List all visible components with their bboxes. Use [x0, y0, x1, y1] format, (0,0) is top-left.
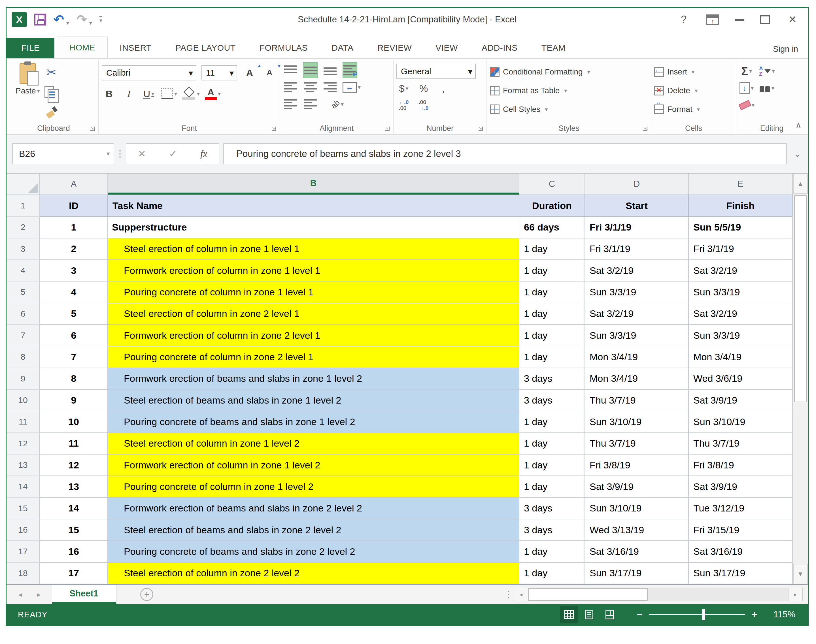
collapse-ribbon-icon[interactable]: ∧ — [795, 120, 802, 130]
zoom-level[interactable]: 115% — [767, 609, 795, 619]
ribbon-tab-add-ins[interactable]: ADD-INS — [470, 38, 530, 58]
middle-align-button[interactable] — [303, 62, 318, 78]
autosum-button[interactable]: Σ — [739, 63, 754, 79]
row-header-16[interactable]: 16 — [6, 520, 40, 541]
column-header-D[interactable]: D — [585, 173, 689, 195]
cell-B13[interactable]: Formwork erection of column in zone 1 le… — [108, 455, 519, 476]
cell-A14[interactable]: 13 — [40, 476, 108, 498]
increase-indent-button[interactable] — [303, 96, 318, 112]
row-header-14[interactable]: 14 — [6, 476, 40, 498]
zoom-slider[interactable] — [649, 614, 745, 615]
merge-center-button[interactable]: ↔ — [343, 79, 361, 95]
scroll-up-icon[interactable]: ▲ — [793, 173, 808, 194]
font-name-combo[interactable]: Calibri▾ — [102, 65, 196, 80]
maximize-button[interactable] — [760, 15, 770, 24]
cell-A12[interactable]: 11 — [40, 433, 108, 455]
cell-E12[interactable]: Thu 3/7/19 — [689, 433, 793, 455]
cell-C10[interactable]: 3 days — [519, 390, 585, 411]
name-box[interactable]: B26▾ — [12, 143, 114, 164]
comma-style-button[interactable]: , — [436, 80, 451, 96]
increase-decimal-button[interactable]: ←.0.00 — [396, 97, 411, 113]
cell-A5[interactable]: 4 — [40, 282, 108, 303]
fill-color-button[interactable] — [182, 86, 200, 102]
cell-styles-button[interactable]: Cell Styles — [490, 101, 648, 118]
page-break-view-button[interactable] — [601, 606, 619, 623]
cell-D6[interactable]: Sat 3/2/19 — [585, 303, 689, 325]
save-icon[interactable] — [34, 14, 46, 26]
grow-font-button[interactable]: A — [242, 65, 257, 81]
column-header-C[interactable]: C — [519, 173, 585, 195]
select-all-corner[interactable] — [6, 173, 40, 195]
horizontal-scroll-track[interactable] — [529, 588, 788, 601]
cell-C2[interactable]: 66 days — [519, 217, 585, 238]
wrap-text-button[interactable]: ↵ — [343, 62, 357, 78]
next-sheet-icon[interactable]: ▸ — [37, 590, 40, 599]
row-header-18[interactable]: 18 — [6, 563, 40, 584]
cell-A7[interactable]: 6 — [40, 325, 108, 347]
decrease-indent-button[interactable] — [283, 96, 298, 112]
cancel-formula-button[interactable]: ✕ — [138, 148, 146, 159]
cell-C7[interactable]: 1 day — [519, 325, 585, 347]
formula-input[interactable]: Pouring concrete of beams and slabs in z… — [223, 143, 787, 164]
cell-E15[interactable]: Tue 3/12/19 — [689, 498, 793, 520]
cell-D11[interactable]: Sun 3/10/19 — [585, 411, 689, 433]
ribbon-tab-review[interactable]: REVIEW — [366, 38, 424, 58]
zoom-slider-thumb[interactable] — [702, 609, 705, 620]
italic-button[interactable]: I — [121, 86, 136, 102]
percent-style-button[interactable]: % — [416, 80, 431, 96]
sort-filter-button[interactable]: AZ — [759, 63, 775, 79]
minimize-button[interactable] — [735, 19, 744, 21]
horizontal-scrollbar[interactable]: ◂ ▸ — [514, 588, 803, 601]
vertical-scroll-track[interactable] — [793, 194, 808, 564]
cell-C15[interactable]: 3 days — [519, 498, 585, 520]
enter-formula-button[interactable]: ✓ — [169, 148, 177, 160]
number-dialog-launcher-icon[interactable] — [479, 127, 483, 131]
clipboard-dialog-launcher-icon[interactable] — [91, 127, 95, 131]
ribbon-display-options-icon[interactable] — [706, 14, 719, 25]
cell-E11[interactable]: Sun 3/10/19 — [689, 411, 793, 433]
cell-D15[interactable]: Sun 3/10/19 — [585, 498, 689, 520]
orientation-button[interactable]: ab — [330, 96, 345, 112]
bold-button[interactable]: B — [102, 86, 117, 102]
row-header-17[interactable]: 17 — [6, 541, 40, 563]
copy-button[interactable] — [44, 84, 58, 100]
cell-E2[interactable]: Sun 5/5/19 — [689, 217, 793, 238]
zoom-out-button[interactable]: − — [637, 609, 642, 619]
delete-cells-button[interactable]: Delete — [654, 83, 733, 99]
cell-D4[interactable]: Sat 3/2/19 — [585, 260, 689, 282]
number-format-combo[interactable]: General▾ — [396, 64, 476, 79]
cell-C16[interactable]: 3 days — [519, 520, 585, 541]
vertical-scrollbar[interactable]: ▲ ▼ — [793, 173, 808, 584]
bottom-align-button[interactable] — [323, 62, 337, 78]
cell-B6[interactable]: Steel erection of column in zone 2 level… — [108, 303, 519, 325]
cell-C1[interactable]: Duration — [519, 195, 585, 217]
redo-button[interactable]: ↷ — [77, 13, 92, 26]
scroll-left-icon[interactable]: ◂ — [514, 588, 529, 601]
row-header-13[interactable]: 13 — [6, 455, 40, 476]
normal-view-button[interactable] — [560, 606, 578, 623]
font-dialog-launcher-icon[interactable] — [272, 127, 276, 131]
cell-D17[interactable]: Sat 3/16/19 — [585, 541, 689, 563]
new-sheet-button[interactable]: + — [140, 588, 153, 601]
cell-C17[interactable]: 1 day — [519, 541, 585, 563]
ribbon-tab-home[interactable]: HOME — [57, 37, 108, 58]
cell-B11[interactable]: Pouring concrete of beams and slabs in z… — [108, 411, 519, 433]
cell-D12[interactable]: Thu 3/7/19 — [585, 433, 689, 455]
find-select-button[interactable] — [759, 80, 775, 96]
cell-E10[interactable]: Sat 3/9/19 — [689, 390, 793, 411]
cell-B10[interactable]: Steel erection of beams and slabs in zon… — [108, 390, 519, 411]
excel-app-icon[interactable]: X — [12, 12, 27, 27]
cell-D8[interactable]: Mon 3/4/19 — [585, 347, 689, 368]
clear-button[interactable] — [739, 97, 755, 113]
cell-A17[interactable]: 16 — [40, 541, 108, 563]
cell-B14[interactable]: Pouring concrete of column in zone 1 lev… — [108, 476, 519, 498]
row-header-7[interactable]: 7 — [6, 325, 40, 347]
close-button[interactable]: ✕ — [786, 14, 799, 26]
cell-B4[interactable]: Formwork erection of column in zone 1 le… — [108, 260, 519, 282]
cell-B2[interactable]: Supperstructure — [108, 217, 519, 238]
cell-D10[interactable]: Thu 3/7/19 — [585, 390, 689, 411]
cut-button[interactable]: ✂ — [44, 64, 58, 80]
accounting-format-button[interactable]: $ — [396, 80, 411, 96]
cell-D18[interactable]: Sun 3/17/19 — [585, 563, 689, 584]
cell-B3[interactable]: Steel erection of column in zone 1 level… — [108, 238, 519, 260]
